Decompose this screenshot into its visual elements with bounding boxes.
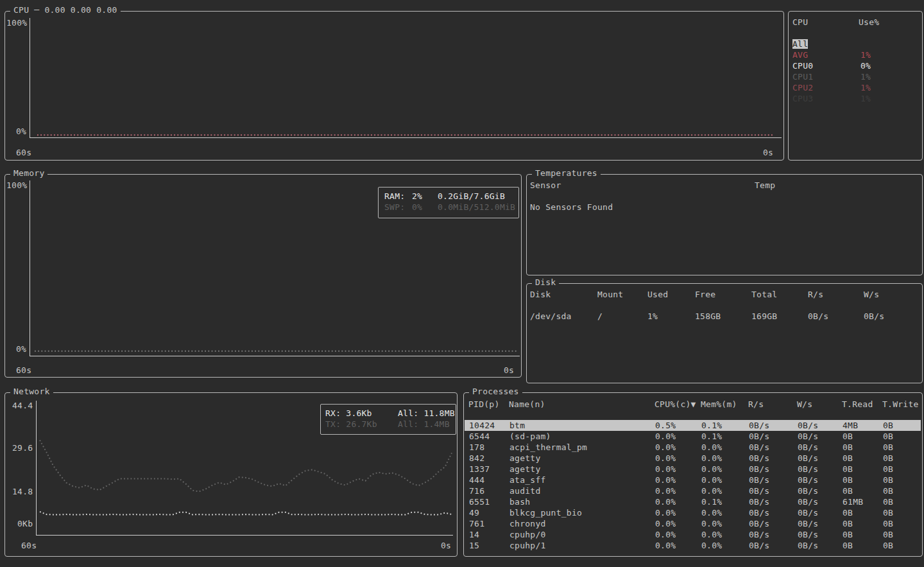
process-cell: 0B/s (749, 540, 769, 551)
cpu-legend-entry-cpu0[interactable]: CPU0 (792, 61, 813, 71)
cpu-y-min-label: 0% (16, 126, 26, 136)
process-cell: (sd-pam) (509, 431, 551, 442)
process-row[interactable]: 716auditd0.0%0.0%0B/s0B/s0B0B (465, 485, 921, 496)
process-cell: 6544 (469, 431, 490, 442)
network-legend-box: RX: 3.6Kb All: 11.8MB TX: 26.7Kb All: 1.… (320, 404, 456, 435)
process-row[interactable]: 49blkcg_punt_bio0.0%0.0%0B/s0B/s0B0B (465, 507, 921, 518)
swap-legend-value: 0.0MiB/512.0MiB (438, 202, 515, 212)
process-cell: 0.1% (701, 431, 722, 442)
process-sort-header[interactable]: CPU%(c)▼ (654, 399, 696, 409)
process-cell: 0.0% (701, 507, 722, 518)
process-sort-header[interactable]: R/s (748, 399, 764, 409)
cpu-legend-entry-all[interactable]: All (792, 39, 808, 49)
disk-col-header: W/s (864, 290, 879, 299)
process-cell: 0B/s (798, 475, 818, 485)
swap-legend-label: SWP: (384, 202, 405, 212)
rx-legend-total: All: 11.8MB (398, 408, 455, 418)
process-cell: 0B (843, 453, 853, 464)
cpu-legend-use-cpu0: 0% (860, 61, 871, 71)
memory-x-right-label: 0s (504, 365, 514, 375)
process-row[interactable]: 15cpuhp/10.0%0.0%0B/s0B/s0B0B (465, 540, 921, 551)
disk-cell: 169GB (751, 311, 777, 321)
process-cell: 0.0% (701, 464, 722, 475)
disk-cell: 0B/s (808, 311, 828, 321)
process-cell: 0B/s (798, 529, 818, 540)
disk-cell: / (597, 311, 603, 321)
cpu-legend-entry-cpu2[interactable]: CPU2 (792, 83, 813, 92)
process-cell: 0B/s (749, 420, 769, 431)
memory-panel-title: Memory (10, 168, 47, 178)
process-row[interactable]: 1337agetty0.0%0.0%0B/s0B/s0B0B (465, 464, 921, 475)
disk-col-header: R/s (808, 290, 823, 299)
temperatures-empty-message: No Sensors Found (530, 202, 613, 212)
network-panel-title: Network (10, 387, 53, 396)
process-cell: bash (509, 496, 530, 507)
process-sort-header[interactable]: Name(n) (509, 399, 545, 409)
process-cell: blkcg_punt_bio (509, 507, 582, 518)
process-cell: 0B/s (798, 496, 818, 507)
disk-cell: /dev/sda (530, 311, 572, 321)
process-cell: 0B/s (749, 496, 769, 507)
process-row[interactable]: 6551bash0.0%0.1%0B/s0B/s61MB0B (465, 496, 921, 507)
cpu-legend-entry-avg[interactable]: AVG (792, 50, 808, 60)
process-row[interactable]: 10424btm0.5%0.1%0B/s0B/s4MB0B (465, 420, 921, 431)
process-cell: 0B (883, 475, 893, 485)
process-sort-header[interactable]: W/s (797, 399, 812, 409)
process-cell: 0.0% (701, 453, 722, 464)
network-x-left-label: 60s (21, 541, 37, 550)
process-cell: 0B (883, 431, 893, 442)
process-cell: 14 (469, 529, 479, 540)
process-row[interactable]: 444ata_sff0.0%0.0%0B/s0B/s0B0B (465, 475, 921, 485)
memory-y-max-label: 100% (6, 180, 27, 190)
cpu-legend-entry-cpu3[interactable]: CPU3 (792, 94, 813, 103)
process-cell: 0B/s (749, 431, 769, 442)
process-cell: 0.0% (655, 431, 676, 442)
network-y-label-1: 14.8 (12, 487, 33, 496)
process-cell: 4MB (843, 420, 858, 431)
process-cell: 0.0% (655, 464, 676, 475)
network-tx-line (40, 441, 452, 492)
process-cell: 0B (883, 518, 893, 529)
process-cell: 0B (883, 540, 893, 551)
cpu-panel-title: CPU ─ 0.00 0.00 0.00 (10, 5, 121, 15)
process-sort-header[interactable]: PID(p) (468, 399, 499, 409)
process-cell: 716 (469, 485, 484, 496)
process-cell: 0.0% (655, 540, 676, 551)
process-row[interactable]: 842agetty0.0%0.0%0B/s0B/s0B0B (465, 453, 921, 464)
cpu-legend-use-avg: 1% (860, 50, 871, 60)
temperatures-panel: Temperatures Sensor Temp No Sensors Foun… (526, 174, 923, 275)
process-cell: 49 (469, 507, 479, 518)
disk-col-header: Free (695, 290, 715, 299)
process-cell: 0B (883, 496, 893, 507)
temperatures-col-sensor: Sensor (530, 180, 561, 190)
processes-panel: Processes PID(p)Name(n)CPU%(c)▼Mem%(m)R/… (463, 392, 923, 557)
process-sort-header[interactable]: Mem%(m) (701, 399, 737, 409)
process-cell: 10424 (469, 420, 495, 431)
ram-legend-value: 0.2GiB/7.6GiB (438, 191, 505, 201)
process-cell: 0B/s (749, 453, 769, 464)
process-cell: 0B/s (798, 485, 818, 496)
tx-legend-total: All: 1.4MB (398, 419, 450, 429)
disk-cell: 1% (647, 311, 658, 321)
process-sort-header[interactable]: T.Read (842, 399, 873, 409)
swap-legend-percent: 0% (412, 202, 422, 212)
process-sort-header[interactable]: T.Write (882, 399, 919, 409)
memory-panel: Memory 100% 0% 60s 0s RAM: 2% 0.2GiB/7.6… (4, 174, 522, 378)
process-cell: 444 (469, 475, 484, 485)
processes-panel-title: Processes (469, 387, 522, 396)
process-cell: 0B (883, 485, 893, 496)
process-row[interactable]: 6544(sd-pam)0.0%0.1%0B/s0B/s0B0B (465, 431, 921, 442)
process-cell: 0.0% (701, 518, 722, 529)
process-row[interactable]: 761chronyd0.0%0.0%0B/s0B/s0B0B (465, 518, 921, 529)
process-row[interactable]: 14cpuhp/00.0%0.0%0B/s0B/s0B0B (465, 529, 921, 540)
process-cell: 0B (843, 518, 853, 529)
process-row[interactable]: 178acpi_thermal_pm0.0%0.0%0B/s0B/s0B0B (465, 442, 921, 453)
process-cell: 0.0% (701, 475, 722, 485)
cpu-legend-use-cpu1: 1% (860, 72, 871, 82)
process-cell: 0B (843, 485, 853, 496)
process-cell: chronyd (509, 518, 546, 529)
process-cell: 0.0% (701, 442, 722, 453)
memory-legend-box: RAM: 2% 0.2GiB/7.6GiB SWP: 0% 0.0MiB/512… (378, 187, 519, 218)
cpu-legend-entry-cpu1[interactable]: CPU1 (792, 72, 813, 82)
cpu-legend-col-use: Use% (859, 17, 879, 27)
